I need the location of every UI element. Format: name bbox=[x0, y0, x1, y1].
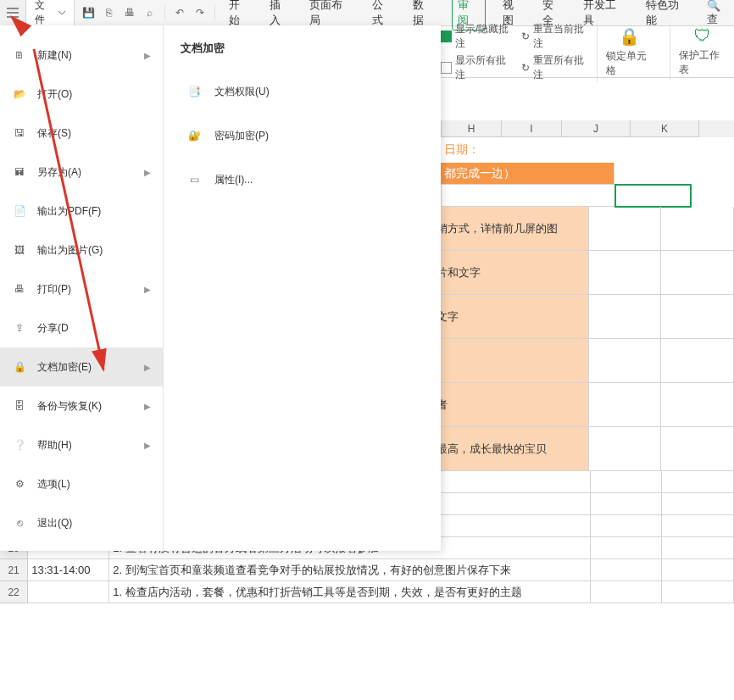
undo-redo-group: ↶ ↷ bbox=[165, 5, 215, 20]
row-number[interactable]: 21 bbox=[0, 559, 28, 581]
toggle-show-hide-comments[interactable]: 显示/隐藏批注 bbox=[441, 22, 513, 51]
col-header-I[interactable]: I bbox=[502, 120, 562, 137]
checkbox-icon bbox=[441, 31, 452, 42]
print-icon[interactable]: 🖶 bbox=[122, 5, 137, 20]
col-header-J[interactable]: J bbox=[562, 120, 631, 137]
file-menu-item-5[interactable]: 🖼输出为图片(G) bbox=[0, 231, 163, 269]
exit-icon: ⎋ bbox=[12, 515, 27, 531]
file-menu-item-4[interactable]: 📄输出为PDF(F) bbox=[0, 192, 163, 231]
props-icon: ▭ bbox=[186, 171, 203, 188]
cell-time[interactable]: 13:31-14:00 bbox=[28, 559, 109, 581]
chevron-down-icon bbox=[58, 11, 65, 15]
submenu-item-2[interactable]: ▭属性(I)... bbox=[181, 158, 424, 202]
file-menu-item-7[interactable]: ⇪分享(D bbox=[0, 308, 163, 347]
cell-text[interactable]: 1. 检查店内活动，套餐，优惠和打折营销工具等是否到期，失效，是否有更好的主题 bbox=[109, 581, 590, 603]
cell-text[interactable]: 图片和文字 bbox=[421, 251, 589, 295]
file-menu-item-1[interactable]: 📂打开(O) bbox=[0, 75, 163, 114]
table-row: 221. 检查店内活动，套餐，优惠和打折营销工具等是否到期，失效，是否有更好的主… bbox=[0, 581, 734, 603]
save-icon[interactable]: 💾 bbox=[81, 5, 97, 20]
file-menu-label: 文件 bbox=[35, 0, 55, 27]
file-menu-item-12[interactable]: ⎋退出(Q) bbox=[0, 503, 163, 542]
help-icon: ❔ bbox=[12, 437, 27, 453]
file-menu-item-8[interactable]: 🔒文档加密(E)▶ bbox=[0, 347, 163, 386]
cell-text[interactable]: 量最高，成长最快的宝贝 bbox=[421, 427, 589, 471]
file-menu-button[interactable]: 文件 bbox=[26, 0, 75, 25]
submenu-item-0[interactable]: 📑文档权限(U) bbox=[181, 69, 424, 114]
save-icon: 🖫 bbox=[12, 125, 27, 141]
doc-perm-icon: 📑 bbox=[186, 83, 203, 100]
save-as-icon: 🖬 bbox=[12, 164, 27, 180]
lock-cell-button[interactable]: 🔒 锁定单元格 bbox=[597, 23, 661, 81]
shield-icon: 🛡 bbox=[694, 26, 711, 46]
gear-icon: ⚙ bbox=[12, 476, 27, 492]
cell-text[interactable]: 2. 到淘宝首页和童装频道查看竞争对手的钻展投放情况，有好的创意图片保存下来 bbox=[109, 559, 590, 581]
file-menu-item-11[interactable]: ⚙选项(L) bbox=[0, 464, 163, 503]
col-header-H[interactable]: H bbox=[442, 120, 502, 137]
cell-text[interactable]: 争者 bbox=[421, 383, 589, 427]
file-menu-list: 🗎新建(N)▶📂打开(O)🖫保存(S)🖬另存为(A)▶📄输出为PDF(F)🖼输出… bbox=[0, 25, 164, 551]
file-menu-item-2[interactable]: 🖫保存(S) bbox=[0, 114, 163, 153]
chevron-right-icon: ▶ bbox=[144, 441, 151, 450]
cell-time[interactable] bbox=[28, 581, 109, 603]
lock-icon: 🔒 bbox=[619, 26, 640, 47]
undo-icon[interactable]: ↶ bbox=[172, 5, 187, 20]
submenu-title: 文档加密 bbox=[181, 41, 424, 56]
selected-cell-J[interactable] bbox=[615, 185, 691, 207]
hamburger-icon[interactable] bbox=[0, 0, 26, 25]
file-menu-item-10[interactable]: ❔帮助(H)▶ bbox=[0, 425, 163, 464]
chevron-right-icon: ▶ bbox=[144, 168, 151, 177]
reset-current-comment[interactable]: ↻ 重置当前批注 bbox=[521, 22, 588, 51]
col-header-K[interactable]: K bbox=[631, 120, 699, 137]
password-icon: 🔐 bbox=[186, 127, 203, 144]
checkbox-icon bbox=[441, 62, 452, 74]
date-label: 日期： bbox=[441, 137, 614, 163]
redo-icon[interactable]: ↷ bbox=[192, 5, 208, 20]
lock-icon: 🔒 bbox=[12, 359, 27, 375]
folder-open-icon: 📂 bbox=[12, 86, 27, 102]
share-icon: ⇪ bbox=[12, 320, 27, 336]
cell-text[interactable]: 促销方式，详情前几屏的图 bbox=[421, 207, 589, 251]
print-icon: 🖶 bbox=[12, 281, 27, 297]
quick-access-toolbar: 💾 ⎘ 🖶 ⌕ bbox=[75, 5, 165, 20]
chevron-right-icon: ▶ bbox=[144, 51, 151, 60]
file-menu-item-0[interactable]: 🗎新建(N)▶ bbox=[0, 36, 163, 75]
backup-icon: 🗄 bbox=[12, 398, 27, 414]
submenu-item-1[interactable]: 🔐密码加密(P) bbox=[181, 114, 424, 158]
file-menu-item-9[interactable]: 🗄备份与恢复(K)▶ bbox=[0, 386, 163, 425]
orange-header-text: 都完成一边） bbox=[441, 163, 614, 185]
cell-text[interactable] bbox=[421, 339, 589, 383]
output-icon[interactable]: ⎘ bbox=[102, 5, 117, 20]
chevron-right-icon: ▶ bbox=[144, 363, 151, 372]
file-new-icon: 🗎 bbox=[12, 47, 27, 63]
file-menu-panel: 🗎新建(N)▶📂打开(O)🖫保存(S)🖬另存为(A)▶📄输出为PDF(F)🖼输出… bbox=[0, 25, 441, 551]
file-menu-item-6[interactable]: 🖶打印(P)▶ bbox=[0, 269, 163, 308]
protect-sheet-button[interactable]: 🛡 保护工作表 bbox=[670, 23, 734, 81]
chevron-right-icon: ▶ bbox=[144, 285, 151, 294]
row-number[interactable]: 22 bbox=[0, 581, 28, 603]
preview-icon[interactable]: ⌕ bbox=[142, 5, 158, 20]
table-row: 2113:31-14:002. 到淘宝首页和童装频道查看竞争对手的钻展投放情况，… bbox=[0, 559, 734, 581]
chevron-right-icon: ▶ bbox=[144, 402, 151, 411]
file-submenu-panel: 文档加密 📑文档权限(U)🔐密码加密(P)▭属性(I)... bbox=[164, 25, 441, 551]
cell-text[interactable]: 和文字 bbox=[421, 295, 589, 339]
pdf-icon: 📄 bbox=[12, 203, 27, 219]
image-icon: 🖼 bbox=[12, 242, 27, 258]
file-menu-item-3[interactable]: 🖬另存为(A)▶ bbox=[0, 153, 163, 192]
